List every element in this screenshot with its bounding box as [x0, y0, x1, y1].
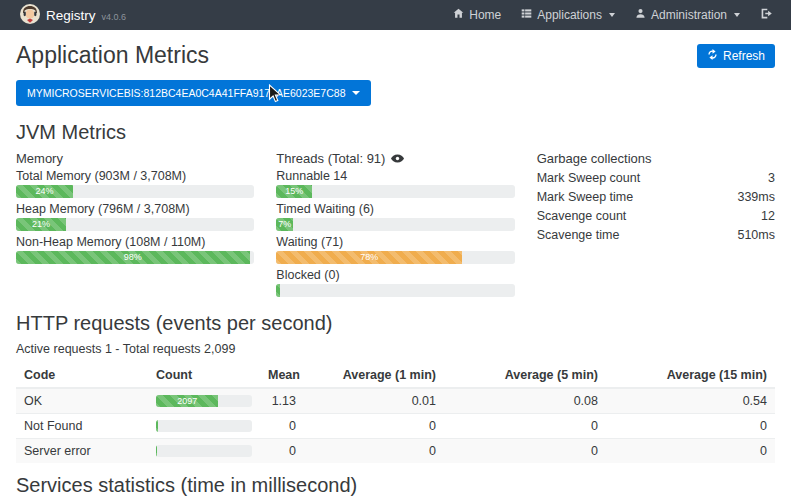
gc-value: 510ms — [737, 228, 775, 242]
jvm-metrics-section: Memory Total Memory (903M / 3,708M) 24% … — [16, 151, 775, 301]
runnable-label: Runnable 14 — [276, 169, 514, 183]
refresh-label: Refresh — [723, 49, 765, 63]
refresh-icon — [707, 49, 718, 63]
gc-row: Mark Sweep time 339ms — [537, 187, 775, 206]
page-header: Application Metrics Refresh — [16, 42, 775, 69]
applications-icon — [521, 8, 532, 22]
nav-applications-label: Applications — [537, 8, 602, 22]
waiting-label: Waiting (71) — [276, 235, 514, 249]
sign-out-icon — [760, 7, 773, 23]
gc-label: Mark Sweep time — [537, 190, 634, 204]
count-cell — [148, 439, 260, 464]
col-code: Code — [16, 363, 148, 388]
brand-version: v4.0.6 — [102, 12, 127, 22]
heap-memory-progress: 21% — [16, 218, 254, 231]
count-cell — [148, 414, 260, 439]
jvm-metrics-title: JVM Metrics — [16, 121, 775, 144]
instance-dropdown-label: MYMICROSERVICEBIS:812BC4EA0C4A41FFA9179A… — [27, 87, 345, 99]
refresh-button[interactable]: Refresh — [697, 44, 775, 68]
nav-items: Home Applications Administration — [443, 0, 783, 30]
chevron-down-icon — [352, 91, 360, 95]
count-cell: 2097 — [148, 388, 260, 414]
heap-memory-label: Heap Memory (796M / 3,708M) — [16, 202, 254, 216]
runnable-progress: 15% — [276, 185, 514, 198]
services-statistics-title: Services statistics (time in millisecond… — [16, 474, 775, 497]
table-row: OK 2097 1.13 0.01 0.08 0.54 — [16, 388, 775, 414]
gc-label: Mark Sweep count — [537, 171, 641, 185]
nav-administration[interactable]: Administration — [625, 0, 750, 30]
instance-dropdown[interactable]: MYMICROSERVICEBIS:812BC4EA0C4A41FFA9179A… — [16, 80, 371, 106]
col-avg-5min: Average (5 min) — [444, 363, 606, 388]
total-memory-label: Total Memory (903M / 3,708M) — [16, 169, 254, 183]
col-count: Count — [148, 363, 260, 388]
app-metrics-page: Registry v4.0.6 Home Applications Admini… — [0, 0, 791, 500]
col-avg-1min: Average (1 min) — [304, 363, 444, 388]
nonheap-memory-progress: 98% — [16, 251, 254, 264]
code-cell: Server error — [16, 439, 148, 464]
table-row: Not Found 0 0 0 0 — [16, 414, 775, 439]
blocked-label: Blocked (0) — [276, 268, 514, 282]
gc-row: Scavenge count 12 — [537, 206, 775, 225]
brand[interactable]: Registry v4.0.6 — [20, 4, 126, 27]
gc-title: Garbage collections — [537, 151, 775, 166]
memory-title: Memory — [16, 151, 254, 166]
gc-value: 339ms — [737, 190, 775, 204]
col-avg-15min: Average (15 min) — [606, 363, 775, 388]
gc-section: Garbage collections Mark Sweep count 3 M… — [537, 151, 775, 301]
nav-home-label: Home — [469, 8, 501, 22]
chevron-down-icon — [609, 13, 615, 17]
memory-section: Memory Total Memory (903M / 3,708M) 24% … — [16, 151, 254, 301]
threads-section: Threads (Total: 91) Runnable 14 15% Time… — [276, 151, 514, 301]
gc-label: Scavenge time — [537, 228, 620, 242]
user-icon — [635, 8, 646, 22]
timed-waiting-label: Timed Waiting (6) — [276, 202, 514, 216]
gc-value: 3 — [768, 171, 775, 185]
waiting-progress: 78% — [276, 251, 514, 264]
chevron-down-icon — [734, 13, 740, 17]
nav-home[interactable]: Home — [443, 0, 511, 30]
navbar: Registry v4.0.6 Home Applications Admini… — [0, 0, 791, 30]
nav-applications[interactable]: Applications — [511, 0, 625, 30]
table-row: Server error 0 0 0 0 — [16, 439, 775, 464]
total-memory-progress: 24% — [16, 185, 254, 198]
blocked-progress — [276, 284, 514, 297]
page-title: Application Metrics — [16, 42, 209, 69]
nav-administration-label: Administration — [651, 8, 727, 22]
gc-row: Mark Sweep count 3 — [537, 168, 775, 187]
timed-waiting-progress: 7% — [276, 218, 514, 231]
brand-name: Registry — [46, 8, 96, 23]
jhipster-avatar-icon — [20, 4, 40, 27]
eye-icon[interactable] — [391, 151, 404, 166]
nonheap-memory-label: Non-Heap Memory (108M / 110M) — [16, 235, 254, 249]
gc-label: Scavenge count — [537, 209, 627, 223]
http-requests-table: Code Count Mean Average (1 min) Average … — [16, 363, 775, 463]
col-mean: Mean — [260, 363, 304, 388]
http-requests-subtitle: Active requests 1 - Total requests 2,099 — [16, 342, 775, 356]
code-cell: OK — [16, 388, 148, 414]
gc-value: 12 — [761, 209, 775, 223]
gc-row: Scavenge time 510ms — [537, 225, 775, 244]
http-table-header: Code Count Mean Average (1 min) Average … — [16, 363, 775, 388]
nav-signout[interactable] — [750, 0, 783, 30]
code-cell: Not Found — [16, 414, 148, 439]
threads-title: Threads (Total: 91) — [276, 151, 385, 166]
home-icon — [453, 8, 464, 22]
http-requests-title: HTTP requests (events per second) — [16, 312, 775, 335]
